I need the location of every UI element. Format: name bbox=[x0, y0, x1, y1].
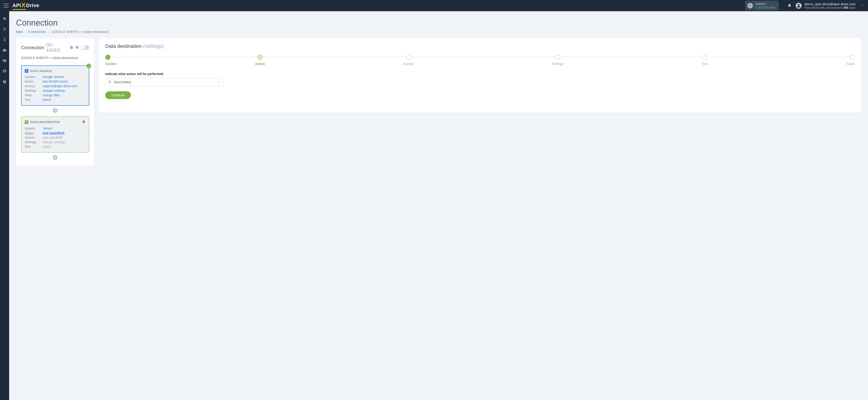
gear-icon[interactable] bbox=[75, 45, 79, 50]
add-destination-button[interactable]: + bbox=[53, 155, 58, 160]
breadcrumb: Main / Connections / GOOGLE SHEETS -> (d… bbox=[16, 30, 861, 34]
user-menu[interactable]: demo_apix-drive@apix-drive.com Plan |Sta… bbox=[796, 2, 856, 9]
dest-number: 2 bbox=[25, 120, 28, 124]
step-access[interactable]: Access bbox=[403, 55, 414, 66]
action-select[interactable]: Send EMAIL bbox=[105, 78, 223, 86]
connection-title: Connection bbox=[21, 45, 44, 50]
dst-action-link[interactable]: (not specified) bbox=[42, 131, 65, 135]
dollar-icon[interactable] bbox=[0, 37, 9, 42]
briefcase-icon[interactable] bbox=[0, 48, 9, 53]
user-email: demo_apix-drive@apix-drive.com bbox=[804, 2, 856, 6]
actions-counter[interactable]: i Actions: 0 of 5'000 (0%) bbox=[745, 1, 779, 10]
avatar-icon bbox=[796, 3, 802, 9]
actions-label: Actions: bbox=[756, 2, 776, 6]
dst-system-link[interactable]: Yahoo! bbox=[42, 127, 53, 130]
actions-pct: (0%) bbox=[769, 6, 776, 9]
action-select-value: Send EMAIL bbox=[114, 80, 132, 84]
main-card: Data destination (settings) System Actio… bbox=[99, 38, 861, 113]
source-title: DATA SOURCE bbox=[30, 69, 52, 73]
chevron-down-icon bbox=[218, 80, 221, 84]
breadcrumb-current: GOOGLE SHEETS -> (data destination) bbox=[52, 30, 109, 34]
step-progress: System Action Access Settings Test bbox=[105, 55, 855, 66]
account-icon[interactable] bbox=[0, 68, 9, 74]
src-filter-link[interactable]: change filter bbox=[42, 93, 60, 97]
sidebar bbox=[0, 11, 9, 173]
page-title: Connection bbox=[16, 18, 861, 28]
connection-id: (ID: 43933) bbox=[46, 42, 68, 53]
main-title: Data destination (settings) bbox=[105, 43, 855, 49]
info-icon: i bbox=[747, 3, 753, 8]
navbar: APIXDrive i Actions: 0 of 5'000 (0%) dem… bbox=[0, 0, 868, 11]
src-test-link[interactable]: check bbox=[42, 98, 51, 102]
user-plan: Plan |Start| left until payment 396 days bbox=[804, 6, 856, 9]
hamburger-icon[interactable] bbox=[4, 4, 9, 8]
dst-test-value: check bbox=[42, 145, 51, 149]
trash-icon[interactable] bbox=[82, 120, 86, 124]
breadcrumb-connections[interactable]: Connections bbox=[28, 30, 46, 34]
play-icon bbox=[108, 80, 111, 84]
step-action[interactable]: Action bbox=[255, 55, 265, 66]
dst-settings-value: change settings bbox=[42, 140, 65, 144]
document-icon[interactable] bbox=[70, 45, 73, 50]
action-form-label: Indicate what action will be performed bbox=[105, 72, 855, 76]
chevron-down-icon[interactable] bbox=[861, 4, 864, 7]
check-icon bbox=[87, 64, 91, 68]
src-system-link[interactable]: Google Sheets bbox=[42, 75, 64, 79]
data-source-block[interactable]: 1 DATA SOURCE SystemGoogle Sheets Action… bbox=[21, 65, 89, 106]
notifications-icon[interactable] bbox=[787, 3, 792, 8]
connection-toggle[interactable] bbox=[81, 45, 89, 50]
help-icon[interactable] bbox=[0, 79, 9, 85]
continue-button[interactable]: Continue bbox=[105, 91, 131, 99]
breadcrumb-main[interactable]: Main bbox=[16, 30, 23, 34]
actions-used: 0 bbox=[756, 6, 757, 9]
home-icon[interactable] bbox=[0, 16, 9, 21]
data-destination-block[interactable]: 2 DATA DESTINATION SystemYahoo! Action(n… bbox=[21, 116, 89, 153]
step-finish[interactable]: Finish bbox=[846, 55, 855, 66]
youtube-icon[interactable] bbox=[0, 58, 9, 63]
dest-title: DATA DESTINATION bbox=[30, 120, 60, 124]
actions-of: of bbox=[758, 6, 761, 9]
step-settings[interactable]: Settings bbox=[552, 55, 564, 66]
step-test[interactable]: Test bbox=[702, 55, 708, 66]
src-access-link[interactable]: support@apix-drive.com bbox=[42, 84, 78, 88]
connection-sidebar-card: Connection (ID: 43933) GOOGLE SHEETS -> … bbox=[16, 38, 94, 166]
connection-path: GOOGLE SHEETS -> (data destination) bbox=[21, 56, 89, 62]
logo[interactable]: APIXDrive bbox=[12, 2, 39, 10]
source-number: 1 bbox=[25, 69, 28, 73]
src-action-link[interactable]: Get ROWS (new) bbox=[42, 80, 67, 83]
actions-total: 5'000 bbox=[762, 6, 769, 9]
dst-access-value: (not specified) bbox=[42, 136, 63, 140]
src-settings-link[interactable]: change settings bbox=[42, 89, 65, 92]
step-system[interactable]: System bbox=[105, 55, 117, 66]
add-between-button[interactable]: + bbox=[53, 108, 58, 113]
sitemap-icon[interactable] bbox=[0, 26, 9, 32]
